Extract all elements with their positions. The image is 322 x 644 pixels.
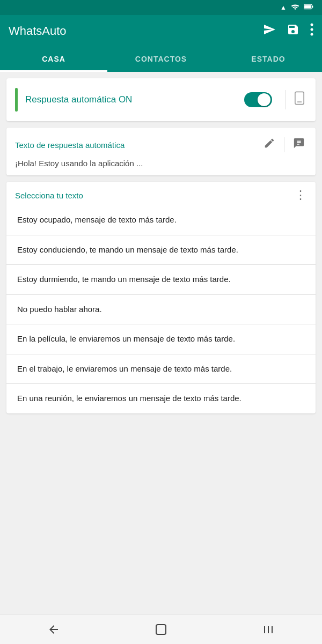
list-item[interactable]: En la película, le enviaremos un mensaje… <box>6 324 316 354</box>
signal-icon: ▲ <box>280 4 287 11</box>
response-text-preview: ¡Hola! Estoy usando la aplicación ... <box>15 159 307 168</box>
message-icon[interactable] <box>291 135 307 154</box>
response-text-card: Texto de respuesta automática ¡H <box>6 128 316 175</box>
svg-rect-6 <box>295 92 304 104</box>
svg-rect-2 <box>304 5 311 8</box>
svg-rect-10 <box>268 626 269 633</box>
status-icons: ▲ <box>280 4 313 12</box>
recent-apps-button[interactable] <box>252 619 284 640</box>
green-accent-bar <box>15 88 18 112</box>
status-bar: ▲ <box>0 0 322 15</box>
tab-casa[interactable]: CASA <box>0 47 107 71</box>
list-item[interactable]: No puedo hablar ahora. <box>6 295 316 325</box>
list-item[interactable]: En una reunión, le enviaremos un mensaje… <box>6 384 316 413</box>
wifi-icon <box>291 4 299 12</box>
text-list: Estoy ocupado, mensaje de texto más tard… <box>6 205 316 413</box>
response-text-actions <box>261 135 307 154</box>
select-text-more-icon[interactable]: ⋮ <box>295 189 307 201</box>
main-content: Respuesta automática ON Texto de respues… <box>0 72 322 611</box>
svg-point-3 <box>311 24 313 26</box>
auto-response-label: Respuesta automática ON <box>25 94 244 105</box>
save-icon[interactable] <box>287 23 299 39</box>
tabs-bar: CASA CONTACTOS ESTADO <box>0 47 322 72</box>
svg-rect-8 <box>156 625 166 634</box>
back-button[interactable] <box>38 619 70 640</box>
home-button[interactable] <box>145 619 177 640</box>
phone-icon[interactable] <box>292 91 307 109</box>
edit-icon[interactable] <box>261 135 277 154</box>
response-text-title: Texto de respuesta automática <box>15 140 125 150</box>
auto-response-card: Respuesta automática ON <box>6 78 316 121</box>
send-icon[interactable] <box>263 23 276 39</box>
divider-vertical <box>285 90 286 109</box>
bottom-nav <box>0 614 322 644</box>
app-bar: WhatsAuto <box>0 15 322 47</box>
list-item[interactable]: En el trabajo, le enviaremos un mensaje … <box>6 354 316 384</box>
list-item[interactable]: Estoy ocupado, mensaje de texto más tard… <box>6 205 316 235</box>
list-item[interactable]: Estoy conduciendo, te mando un mensaje d… <box>6 235 316 265</box>
svg-rect-11 <box>272 626 273 633</box>
list-item[interactable]: Estoy durmiendo, te mando un mensaje de … <box>6 265 316 295</box>
svg-rect-1 <box>312 5 313 8</box>
divider-vertical-2 <box>284 137 284 152</box>
select-text-title: Selecciona tu texto <box>15 191 83 200</box>
auto-response-toggle[interactable] <box>244 92 272 107</box>
svg-point-4 <box>311 28 313 31</box>
battery-icon <box>304 4 313 11</box>
select-text-card: Selecciona tu texto ⋮ Estoy ocupado, men… <box>6 182 316 413</box>
app-bar-actions <box>263 23 313 39</box>
more-options-icon[interactable] <box>310 23 313 39</box>
svg-point-5 <box>311 33 313 36</box>
tab-estado[interactable]: ESTADO <box>215 47 322 71</box>
svg-rect-9 <box>264 626 265 633</box>
app-title: WhatsAuto <box>9 24 67 38</box>
tab-contactos[interactable]: CONTACTOS <box>107 47 215 71</box>
